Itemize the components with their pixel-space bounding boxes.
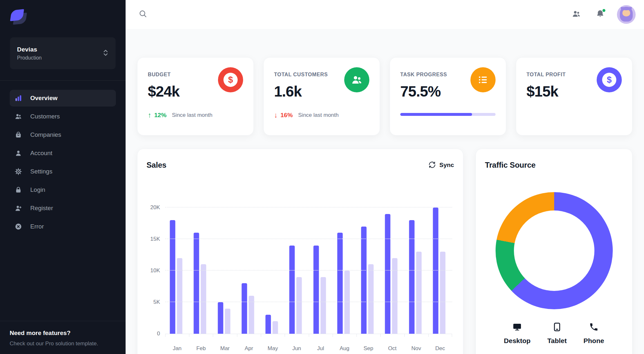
sidebar-item-label: Error <box>30 223 44 230</box>
trend-caption: Since last month <box>298 112 339 118</box>
x-axis-month-label: Nov <box>404 345 428 352</box>
footer-subtitle: Check out our Pro solution template. <box>10 340 116 347</box>
x-axis-month-label: Jul <box>309 345 333 352</box>
x-axis-month-label: Aug <box>333 345 356 352</box>
x-axis-month-label: May <box>261 345 285 352</box>
gridline <box>165 207 452 208</box>
sidebar-item-companies[interactable]: Companies <box>10 126 116 143</box>
dollar-icon: $ <box>597 67 622 92</box>
axis-tick <box>452 334 452 337</box>
list-bullet-icon <box>470 67 496 92</box>
axis-tick <box>404 334 405 337</box>
axis-tick <box>189 334 189 337</box>
sidebar-item-error[interactable]: Error <box>10 218 116 235</box>
notifications-button[interactable] <box>593 7 607 22</box>
sales-bar-primary-dark-bars <box>266 315 271 334</box>
sales-plot <box>165 208 452 334</box>
sidebar-item-label: Login <box>30 186 45 193</box>
bar-group <box>333 208 356 334</box>
desktop-icon <box>512 322 522 333</box>
phone-icon <box>589 322 599 333</box>
trend-percent: 12% <box>154 112 166 119</box>
gridline <box>165 302 452 302</box>
stat-cards-row: BUDGET $24k $ ↑ 12% Since last month TO <box>137 57 632 135</box>
workspace-selector[interactable]: Devias Production <box>10 37 116 69</box>
sidebar-item-customers[interactable]: Customers <box>10 108 116 125</box>
bar-group <box>356 208 380 334</box>
sales-bar-secondary-light-bars <box>201 264 206 334</box>
sidebar-footer: Need more features? Check out our Pro so… <box>0 321 126 354</box>
sales-bar-primary-dark-bars <box>289 246 295 334</box>
bar-group <box>428 208 452 334</box>
notification-badge <box>602 8 606 13</box>
gridline <box>165 238 452 239</box>
axis-tick <box>333 334 333 337</box>
sales-panel: Sales Sync 05K10K15K20K JanFebMarAprMayJ… <box>137 149 463 354</box>
sales-bar-secondary-light-bars <box>440 252 445 334</box>
sales-bar-secondary-light-bars <box>225 309 230 334</box>
sales-bar-primary-dark-bars <box>337 233 343 334</box>
bar-group <box>237 208 261 334</box>
y-axis-tick-label: 10K <box>150 267 160 274</box>
bar-group <box>380 208 404 334</box>
axis-tick <box>213 334 213 337</box>
sidebar-nav: Overview Customers Companies Account Set… <box>0 81 126 235</box>
gear-icon <box>15 168 22 175</box>
sidebar-item-register[interactable]: Register <box>10 200 116 217</box>
sales-title: Sales <box>147 161 166 170</box>
sync-button[interactable]: Sync <box>429 161 454 169</box>
traffic-source-panel: Traffic Source Desktop <box>476 149 632 354</box>
sales-bar-secondary-light-bars <box>273 321 278 334</box>
task-progress-bar <box>400 113 496 116</box>
user-icon <box>15 150 22 157</box>
bar-group <box>261 208 285 334</box>
y-axis-tick-label: 5K <box>153 299 160 305</box>
sales-bar-secondary-light-bars <box>392 258 398 334</box>
task-progress-fill <box>400 113 472 116</box>
x-axis-month-label: Mar <box>213 345 237 352</box>
search-button[interactable] <box>136 7 150 22</box>
sidebar-item-login[interactable]: Login <box>10 182 116 198</box>
devias-logo-icon[interactable] <box>11 10 27 26</box>
bar-group <box>165 208 189 334</box>
stat-label: TOTAL CUSTOMERS <box>274 72 328 78</box>
sales-bar-primary-dark-bars <box>313 246 319 334</box>
sales-bar-secondary-light-bars <box>297 277 302 334</box>
sales-bar-primary-dark-bars <box>194 233 199 334</box>
shopping-bag-icon <box>15 131 22 138</box>
legend-label: Tablet <box>547 337 567 345</box>
y-axis-tick-label: 0 <box>157 331 160 337</box>
sidebar-item-label: Settings <box>30 168 52 175</box>
total-profit-card: TOTAL PROFIT $15k $ <box>516 57 632 135</box>
legend-item-desktop: Desktop <box>504 322 531 345</box>
sidebar-item-overview[interactable]: Overview <box>10 90 116 107</box>
axis-tick <box>261 334 261 337</box>
page-content: BUDGET $24k $ ↑ 12% Since last month TO <box>126 57 644 354</box>
sync-label: Sync <box>440 162 454 169</box>
axis-tick <box>380 334 381 337</box>
avatar-fringe <box>621 7 632 10</box>
sidebar-item-settings[interactable]: Settings <box>10 163 116 180</box>
tablet-icon <box>552 322 562 333</box>
sales-bar-primary-dark-bars <box>170 220 175 334</box>
trend-up-icon: ↑ <box>148 111 151 119</box>
bar-group <box>285 208 308 334</box>
contacts-button[interactable] <box>569 7 583 22</box>
stat-label: TOTAL PROFIT <box>526 72 566 78</box>
legend-label: Desktop <box>504 337 531 345</box>
bar-group <box>309 208 333 334</box>
axis-tick <box>428 334 429 337</box>
sales-bar-primary-dark-bars <box>433 208 438 334</box>
unfold-chevrons-icon <box>103 49 109 58</box>
bar-group <box>404 208 428 334</box>
axis-tick <box>285 334 285 337</box>
stat-value: $15k <box>526 83 566 100</box>
y-axis-tick-label: 15K <box>150 236 160 242</box>
user-avatar[interactable] <box>617 5 636 24</box>
users-icon <box>344 67 369 92</box>
sales-bar-secondary-light-bars <box>368 264 374 334</box>
sales-bar-primary-dark-bars <box>218 302 223 334</box>
stat-value: 1.6k <box>274 83 328 100</box>
x-axis-month-label: Feb <box>189 345 213 352</box>
sidebar-item-account[interactable]: Account <box>10 145 116 162</box>
